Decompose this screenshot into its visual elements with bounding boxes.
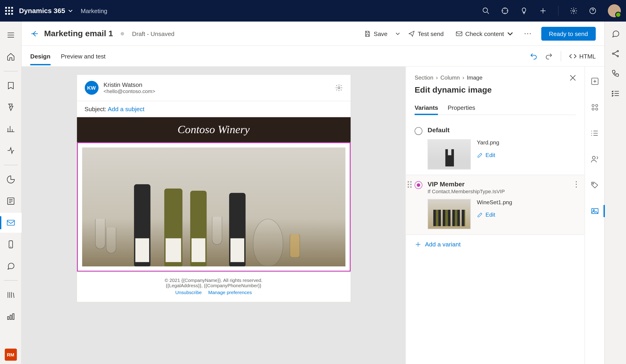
nav-analytics[interactable]	[0, 119, 21, 139]
nav-chat[interactable]	[0, 256, 21, 276]
area-name: Marketing	[81, 7, 107, 14]
global-topbar: Dynamics 365 Marketing	[0, 0, 626, 22]
hero-image	[82, 147, 345, 266]
properties-panel: Section› Column› Image Edit dynamic imag…	[406, 67, 604, 364]
variant-name: VIP Member	[428, 180, 505, 188]
panel-tabs: Variants Properties	[415, 101, 576, 115]
phone-icon[interactable]	[611, 69, 620, 78]
svg-point-23	[617, 55, 618, 57]
check-content-button[interactable]: Check content	[451, 28, 518, 40]
share-nodes-icon[interactable]	[611, 49, 620, 58]
html-view-button[interactable]: HTML	[569, 52, 596, 60]
subject-label: Subject:	[84, 105, 108, 112]
nav-mobile[interactable]	[0, 235, 21, 254]
variant-thumbnail[interactable]	[428, 139, 471, 170]
tab-bar: Design Preview and test HTML	[22, 46, 604, 67]
search-icon[interactable]	[482, 7, 490, 15]
redo-icon[interactable]	[545, 52, 553, 60]
nav-home[interactable]	[0, 47, 21, 67]
main-content: Marketing email 1 Draft - Unsaved Save T…	[22, 22, 604, 364]
tab-design[interactable]: Design	[30, 47, 50, 65]
test-send-button[interactable]: Test send	[404, 28, 448, 40]
svg-point-2	[573, 10, 574, 12]
selected-image-block[interactable]	[77, 142, 350, 272]
svg-point-0	[483, 8, 488, 12]
plus-icon[interactable]	[539, 7, 547, 15]
toolbox-add-icon[interactable]	[585, 73, 605, 90]
nav-persona-badge[interactable]: RM	[4, 348, 17, 361]
drag-handle-icon[interactable]	[408, 181, 412, 188]
lightbulb-icon[interactable]	[520, 7, 528, 15]
variant-edit-link[interactable]: Edit	[477, 212, 512, 218]
sender-email: <hello@contoso.com>	[104, 88, 330, 94]
subject-row[interactable]: Subject: Add a subject	[77, 101, 350, 117]
subject-placeholder[interactable]: Add a subject	[108, 105, 144, 112]
nav-triggers[interactable]	[0, 97, 21, 117]
save-button[interactable]: Save	[360, 28, 391, 40]
variant-more-icon[interactable]: ⋮	[572, 179, 580, 189]
target-icon[interactable]	[501, 7, 509, 15]
variant-vip-member[interactable]: ⋮ VIP Member If Contact.MembershipType.I…	[406, 175, 585, 235]
toolbox-list-icon[interactable]	[585, 124, 605, 142]
toolbox-tag-icon[interactable]	[585, 176, 605, 194]
panel-breadcrumb[interactable]: Section› Column› Image	[415, 75, 482, 81]
user-avatar[interactable]	[608, 4, 621, 17]
help-icon[interactable]	[589, 7, 597, 15]
email-footer: © 2021 {{CompanyName}}. All rights reser…	[77, 272, 350, 290]
chat-bubble-icon[interactable]	[611, 29, 620, 38]
variant-radio[interactable]	[415, 127, 422, 135]
back-arrow-icon[interactable]	[30, 29, 39, 38]
add-variant-button[interactable]: Add a variant	[415, 235, 576, 256]
svg-rect-10	[456, 31, 462, 36]
email-header: KW Kristin Watson <hello@contoso.com>	[77, 75, 350, 101]
close-panel-icon[interactable]	[570, 75, 576, 81]
manage-preferences-link[interactable]: Manage preferences	[208, 290, 252, 295]
gear-icon[interactable]	[570, 7, 578, 15]
task-list-icon[interactable]	[611, 89, 620, 98]
svg-point-11	[338, 87, 340, 89]
nav-forms[interactable]	[0, 191, 21, 211]
tab-variants[interactable]: Variants	[415, 101, 438, 115]
nav-email[interactable]	[0, 213, 21, 233]
toolbox-image-icon[interactable]	[585, 202, 605, 220]
variant-condition: If Contact.MembershipType.IsVIP	[428, 189, 505, 195]
toolbox-elements-icon[interactable]	[585, 99, 605, 116]
email-settings-gear-icon[interactable]	[335, 84, 343, 92]
nav-reports[interactable]	[0, 307, 21, 327]
svg-point-17	[592, 156, 595, 159]
nav-automation[interactable]	[0, 141, 21, 161]
nav-library[interactable]	[0, 285, 21, 305]
code-icon	[569, 52, 577, 60]
left-nav-rail: RM	[0, 22, 22, 364]
panel-side-rail	[585, 67, 604, 364]
status-dot	[121, 32, 124, 35]
svg-point-22	[617, 50, 618, 52]
command-bar: Marketing email 1 Draft - Unsaved Save T…	[22, 22, 604, 46]
app-launcher-icon[interactable]	[5, 7, 13, 15]
variant-edit-link[interactable]: Edit	[477, 152, 499, 158]
ready-to-send-button[interactable]: Ready to send	[541, 27, 596, 40]
nav-hamburger[interactable]	[0, 25, 21, 45]
tab-properties[interactable]: Properties	[448, 101, 475, 115]
unsubscribe-link[interactable]: Unsubscribe	[175, 290, 202, 295]
product-name[interactable]: Dynamics 365	[19, 7, 73, 15]
tab-preview[interactable]: Preview and test	[61, 47, 105, 65]
svg-point-21	[612, 53, 614, 54]
record-status: Draft - Unsaved	[132, 30, 174, 37]
svg-point-18	[592, 183, 593, 184]
undo-icon[interactable]	[530, 52, 537, 60]
nav-journeys[interactable]	[0, 76, 21, 96]
email-canvas[interactable]: KW Kristin Watson <hello@contoso.com> Su…	[22, 67, 405, 364]
variant-thumbnail[interactable]	[428, 199, 471, 229]
toolbox-people-icon[interactable]	[585, 151, 605, 168]
more-commands-button[interactable]: ⋯	[521, 29, 534, 38]
nav-segments[interactable]	[0, 170, 21, 190]
svg-point-15	[592, 108, 594, 110]
right-app-rail	[604, 22, 626, 364]
variant-radio[interactable]	[415, 181, 422, 189]
brand-banner[interactable]: Contoso Winery	[77, 117, 350, 142]
variant-filename: Yard.png	[477, 139, 499, 146]
variant-default[interactable]: Default Yard.png Edit	[415, 121, 576, 175]
svg-rect-5	[7, 220, 14, 225]
save-split-chevron-icon[interactable]	[395, 31, 400, 36]
